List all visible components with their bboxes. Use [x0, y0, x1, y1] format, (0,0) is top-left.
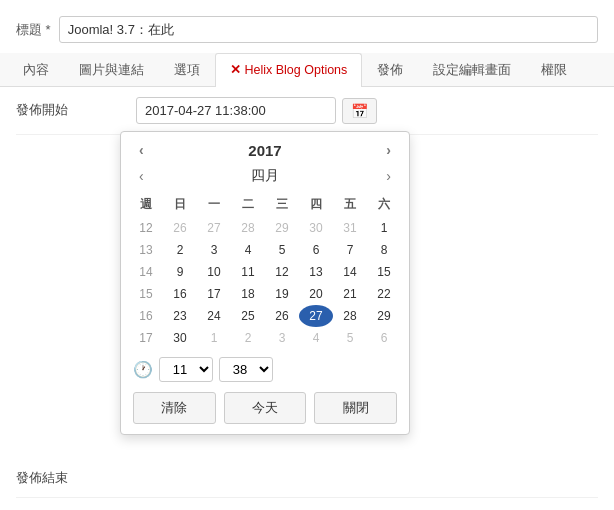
tab-content[interactable]: 內容: [8, 53, 64, 87]
col-header-tue: 二: [231, 192, 265, 217]
main-content: 發佈開始 📅 ‹ 2017 › ‹ 四月 ›: [0, 87, 614, 510]
table-row[interactable]: 3: [265, 327, 299, 349]
col-header-fri: 五: [333, 192, 367, 217]
minute-select[interactable]: 38: [219, 357, 273, 382]
table-row[interactable]: 12: [265, 261, 299, 283]
clock-icon: 🕐: [133, 360, 153, 379]
calendar-month: 四月: [251, 167, 279, 185]
publish-start-row: 發佈開始 📅: [16, 87, 598, 135]
clear-button[interactable]: 清除: [133, 392, 216, 424]
title-label: 標題 *: [16, 21, 51, 39]
table-row[interactable]: 11: [231, 261, 265, 283]
calendar-toggle-button[interactable]: 📅: [342, 98, 377, 124]
table-row[interactable]: 5: [265, 239, 299, 261]
table-row[interactable]: 24: [197, 305, 231, 327]
col-header-sun: 日: [163, 192, 197, 217]
table-row[interactable]: 30: [299, 217, 333, 239]
table-row[interactable]: 28: [333, 305, 367, 327]
tab-editor[interactable]: 設定編輯畫面: [418, 53, 526, 87]
table-row[interactable]: 20: [299, 283, 333, 305]
page-wrapper: 標題 * 內容 圖片與連結 選項 ✕ Helix Blog Options 發佈…: [0, 0, 614, 510]
prev-year-button[interactable]: ‹: [133, 140, 150, 160]
table-row[interactable]: 13: [299, 261, 333, 283]
calendar-time-row: 🕐 11 38: [121, 349, 409, 386]
table-row[interactable]: 25: [231, 305, 265, 327]
tab-helix[interactable]: ✕ Helix Blog Options: [215, 53, 362, 87]
title-input[interactable]: [59, 16, 598, 43]
table-row[interactable]: 30: [163, 327, 197, 349]
table-row[interactable]: 19: [265, 283, 299, 305]
publish-end-row: 發佈結束: [16, 455, 598, 498]
table-row[interactable]: 4: [231, 239, 265, 261]
title-row: 標題 *: [0, 12, 614, 53]
table-row[interactable]: 23: [163, 305, 197, 327]
created-date-row: 建立日期: [16, 498, 598, 510]
col-header-wed: 三: [265, 192, 299, 217]
calendar-popup: ‹ 2017 › ‹ 四月 › 週 日 一 二: [120, 131, 410, 435]
prev-month-button[interactable]: ‹: [133, 166, 150, 186]
table-row[interactable]: 26: [163, 217, 197, 239]
today-button[interactable]: 今天: [224, 392, 307, 424]
table-row[interactable]: 5: [333, 327, 367, 349]
table-row: 12: [129, 217, 163, 239]
publish-start-label: 發佈開始: [16, 97, 136, 119]
calendar-grid: 週 日 一 二 三 四 五 六 122627282930311132345678…: [129, 192, 401, 349]
table-row[interactable]: 29: [265, 217, 299, 239]
col-header-thu: 四: [299, 192, 333, 217]
table-row[interactable]: 6: [367, 327, 401, 349]
table-row[interactable]: 28: [231, 217, 265, 239]
publish-start-value: 📅: [136, 97, 598, 124]
table-row: 13: [129, 239, 163, 261]
close-button[interactable]: 關閉: [314, 392, 397, 424]
table-row: 16: [129, 305, 163, 327]
table-row[interactable]: 31: [333, 217, 367, 239]
table-row[interactable]: 27: [197, 217, 231, 239]
calendar-month-row: ‹ 四月 ›: [121, 164, 409, 192]
table-row[interactable]: 26: [265, 305, 299, 327]
calendar-year: 2017: [248, 142, 281, 159]
tab-publish[interactable]: 發佈: [362, 53, 418, 87]
tab-images[interactable]: 圖片與連結: [64, 53, 159, 87]
tab-options[interactable]: 選項: [159, 53, 215, 87]
table-row[interactable]: 8: [367, 239, 401, 261]
table-row[interactable]: 27: [299, 305, 333, 327]
table-row: 14: [129, 261, 163, 283]
table-row[interactable]: 1: [197, 327, 231, 349]
calendar-grid-wrapper: 週 日 一 二 三 四 五 六 122627282930311132345678…: [121, 192, 409, 349]
tabs-bar: 內容 圖片與連結 選項 ✕ Helix Blog Options 發佈 設定編輯…: [0, 53, 614, 87]
col-header-sat: 六: [367, 192, 401, 217]
table-row[interactable]: 2: [163, 239, 197, 261]
publish-end-label: 發佈結束: [16, 465, 136, 487]
table-row[interactable]: 9: [163, 261, 197, 283]
next-month-button[interactable]: ›: [380, 166, 397, 186]
table-row[interactable]: 7: [333, 239, 367, 261]
table-row[interactable]: 21: [333, 283, 367, 305]
table-row[interactable]: 22: [367, 283, 401, 305]
table-row[interactable]: 10: [197, 261, 231, 283]
calendar-action-buttons: 清除 今天 關閉: [121, 386, 409, 426]
table-row: 17: [129, 327, 163, 349]
table-row[interactable]: 15: [367, 261, 401, 283]
tab-permissions[interactable]: 權限: [526, 53, 582, 87]
col-header-mon: 一: [197, 192, 231, 217]
table-row[interactable]: 2: [231, 327, 265, 349]
hour-select[interactable]: 11: [159, 357, 213, 382]
table-row[interactable]: 29: [367, 305, 401, 327]
table-row[interactable]: 1: [367, 217, 401, 239]
table-row: 15: [129, 283, 163, 305]
table-row[interactable]: 3: [197, 239, 231, 261]
calendar-year-row: ‹ 2017 ›: [121, 132, 409, 164]
helix-icon: ✕: [230, 63, 244, 77]
table-row[interactable]: 4: [299, 327, 333, 349]
next-year-button[interactable]: ›: [380, 140, 397, 160]
col-header-week: 週: [129, 192, 163, 217]
table-row[interactable]: 14: [333, 261, 367, 283]
table-row[interactable]: 17: [197, 283, 231, 305]
table-row[interactable]: 18: [231, 283, 265, 305]
publish-start-input[interactable]: [136, 97, 336, 124]
table-row[interactable]: 16: [163, 283, 197, 305]
table-row[interactable]: 6: [299, 239, 333, 261]
